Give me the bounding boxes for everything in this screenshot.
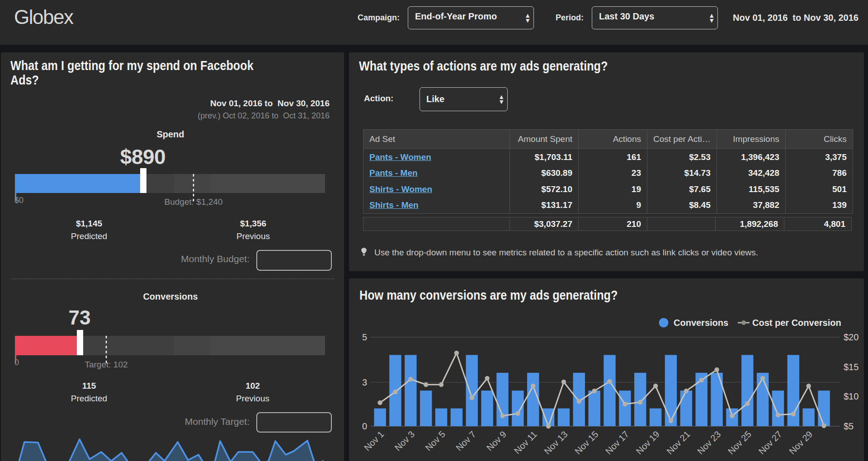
- svg-text:$5: $5: [844, 421, 854, 431]
- svg-text:Conversions: Conversions: [674, 318, 728, 328]
- svg-text:Nov 29: Nov 29: [787, 429, 814, 456]
- svg-text:Nov 13: Nov 13: [542, 429, 569, 456]
- svg-text:Nov 3: Nov 3: [393, 429, 417, 453]
- svg-text:$15: $15: [844, 362, 859, 372]
- svg-text:Nov 5: Nov 5: [423, 429, 447, 453]
- svg-text:Nov 9: Nov 9: [485, 429, 509, 453]
- svg-text:$10: $10: [844, 391, 859, 401]
- svg-text:Nov 23: Nov 23: [695, 429, 722, 456]
- svg-text:5: 5: [362, 332, 367, 342]
- svg-text:Nov 11: Nov 11: [512, 429, 539, 456]
- svg-text:3: 3: [362, 377, 367, 387]
- svg-text:Nov 21: Nov 21: [665, 429, 692, 456]
- svg-text:$20: $20: [844, 332, 859, 342]
- svg-text:Nov 7: Nov 7: [454, 429, 478, 453]
- svg-text:Nov 1: Nov 1: [362, 429, 386, 453]
- svg-text:Nov 17: Nov 17: [604, 429, 631, 456]
- svg-text:Nov 27: Nov 27: [756, 429, 783, 456]
- svg-text:Cost per Conversion: Cost per Conversion: [752, 318, 841, 328]
- svg-text:Nov 15: Nov 15: [573, 429, 600, 456]
- svg-text:0: 0: [362, 421, 367, 431]
- svg-text:Nov 25: Nov 25: [726, 429, 753, 456]
- svg-text:Nov 19: Nov 19: [634, 429, 661, 456]
